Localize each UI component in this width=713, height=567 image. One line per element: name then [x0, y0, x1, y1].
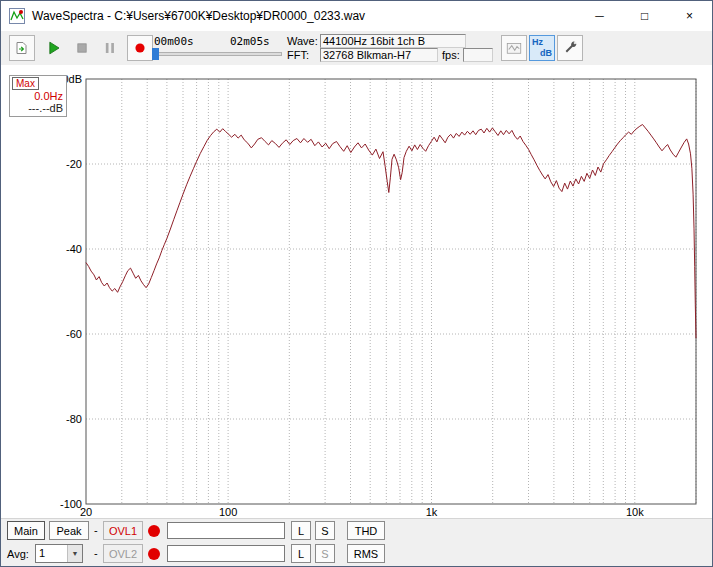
record-button[interactable] — [127, 35, 153, 61]
hz-label: Hz — [532, 38, 543, 47]
stop-button[interactable] — [69, 35, 95, 61]
play-button[interactable] — [41, 35, 67, 61]
overlay1-row: Main Peak - OVL1 L S THD — [1, 521, 712, 541]
display-mode-button[interactable] — [501, 35, 527, 61]
play-icon — [44, 38, 64, 58]
pause-button[interactable] — [97, 35, 123, 61]
fft-info-field: 32768 Blkman-H7 — [320, 48, 438, 62]
rms-button[interactable]: RMS — [347, 544, 385, 563]
open-file-icon — [14, 40, 30, 56]
fft-label: FFT: — [287, 49, 309, 62]
main-channel-button[interactable]: Main — [7, 521, 45, 540]
settings-button[interactable] — [557, 35, 583, 61]
cursor-frequency-value: 0.0Hz — [12, 90, 63, 102]
ovl2-filename-input[interactable] — [167, 545, 285, 562]
db-label: dB — [540, 49, 552, 58]
ovl1-filename-input[interactable] — [167, 522, 285, 539]
window-title: WaveSpectra - C:¥Users¥6700K¥Desktop¥DR0… — [32, 9, 365, 23]
ovl1-load-button[interactable]: L — [291, 521, 311, 540]
stop-icon — [72, 38, 92, 58]
wrench-icon — [561, 39, 579, 57]
spectrum-display-area: 0dB-20-40-60-80-100201001k10k Max 0.0Hz … — [1, 65, 712, 518]
record-icon — [130, 38, 150, 58]
titlebar: WaveSpectra - C:¥Users¥6700K¥Desktop¥DR0… — [1, 1, 712, 31]
ovl2-button[interactable]: OVL2 — [103, 544, 143, 563]
spectrum-chart: 0dB-20-40-60-80-100201001k10k — [1, 65, 712, 518]
separator-dash: - — [94, 524, 98, 536]
ovl2-save-button[interactable]: S — [315, 544, 335, 563]
svg-text:-60: -60 — [66, 328, 82, 340]
svg-text:-100: -100 — [60, 498, 82, 510]
svg-text:100: 100 — [219, 506, 237, 518]
position-slider-track[interactable] — [152, 52, 282, 56]
svg-text:1k: 1k — [426, 506, 438, 518]
svg-text:20: 20 — [80, 506, 92, 518]
toolbar: 00m00s 02m05s Wave: 44100Hz 16bit 1ch B … — [1, 31, 712, 66]
svg-text:-80: -80 — [66, 413, 82, 425]
minimize-button[interactable]: ─ — [577, 1, 622, 31]
bottom-control-bar: Main Peak - OVL1 L S THD Avg: 1 ▼ - OVL2… — [1, 518, 712, 567]
avg-label: Avg: — [7, 548, 29, 560]
cursor-readout-panel: Max 0.0Hz ---.--dB — [9, 75, 67, 117]
svg-text:-40: -40 — [66, 243, 82, 255]
ovl1-record-dot[interactable] — [148, 525, 160, 537]
close-button[interactable]: × — [667, 1, 712, 31]
window-controls: ─ □ × — [577, 1, 712, 31]
chevron-down-icon[interactable]: ▼ — [67, 545, 82, 562]
ovl1-save-button[interactable]: S — [315, 521, 335, 540]
svg-text:10k: 10k — [626, 506, 644, 518]
waveform-display-icon — [505, 39, 523, 57]
pause-icon — [100, 38, 120, 58]
open-file-button[interactable] — [9, 35, 35, 61]
wave-info-field: 44100Hz 16bit 1ch B — [320, 34, 466, 48]
time-elapsed: 00m00s — [154, 35, 194, 48]
ovl2-load-button[interactable]: L — [291, 544, 311, 563]
avg-count-value: 1 — [39, 547, 45, 559]
fps-field — [463, 48, 493, 62]
cursor-level-value: ---.--dB — [12, 102, 63, 114]
hz-db-scale-toggle[interactable]: Hz dB — [529, 35, 555, 61]
time-total: 02m05s — [230, 35, 270, 48]
svg-text:-20: -20 — [66, 158, 82, 170]
ovl2-record-dot[interactable] — [148, 548, 160, 560]
overlay2-row: Avg: 1 ▼ - OVL2 L S RMS — [1, 544, 712, 564]
avg-count-select[interactable]: 1 ▼ — [35, 544, 83, 563]
maximize-button[interactable]: □ — [622, 1, 667, 31]
max-hold-label: Max — [12, 77, 39, 90]
peak-button[interactable]: Peak — [49, 521, 89, 540]
app-icon — [9, 8, 25, 24]
thd-button[interactable]: THD — [347, 521, 385, 540]
wave-label: Wave: — [287, 35, 318, 48]
ovl1-button[interactable]: OVL1 — [103, 521, 143, 540]
position-slider-thumb[interactable] — [152, 48, 159, 60]
wavespectra-window: WaveSpectra - C:¥Users¥6700K¥Desktop¥DR0… — [0, 0, 713, 567]
separator-dash: - — [94, 547, 98, 559]
fps-label: fps: — [442, 49, 460, 62]
